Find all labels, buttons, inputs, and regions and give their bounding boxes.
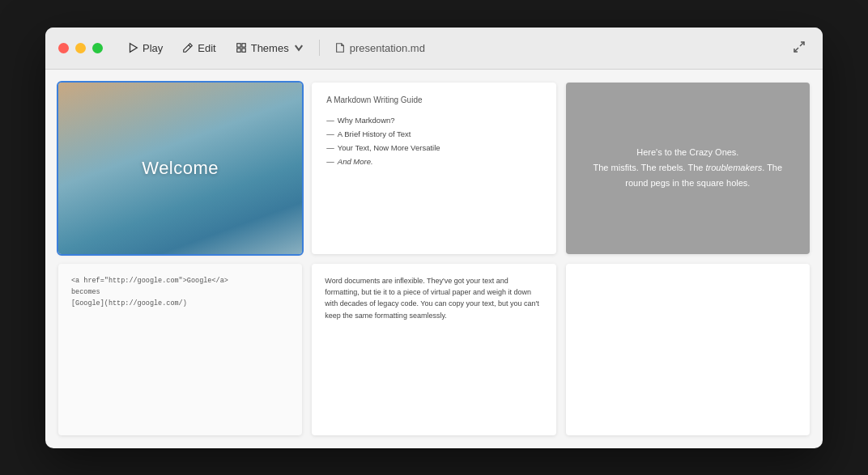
slide-1-title: Welcome — [142, 158, 219, 179]
slide-grid: Welcome A Markdown Writing Guide — Why M… — [45, 70, 823, 448]
slide-4-code: <a href="http://google.com">Google</a> b… — [71, 275, 289, 310]
slide-1[interactable]: Welcome — [58, 83, 302, 254]
slide-2-title: A Markdown Writing Guide — [326, 95, 541, 104]
svg-rect-5 — [242, 49, 245, 52]
minimize-button[interactable] — [75, 43, 86, 53]
slide-6[interactable] — [566, 264, 810, 435]
maximize-button[interactable] — [92, 43, 103, 53]
toolbar-right — [789, 36, 810, 60]
edit-button[interactable]: Edit — [174, 38, 223, 58]
svg-rect-3 — [242, 44, 245, 47]
file-icon — [334, 42, 346, 53]
slide-2-item-4: — And More. — [326, 157, 541, 166]
themes-icon — [236, 42, 247, 53]
file-name: presentation.md — [326, 38, 433, 58]
toolbar-separator — [319, 40, 320, 56]
app-window: × Play Edit — [45, 28, 823, 448]
window-controls: × — [58, 43, 103, 53]
slide-5-text: Word documents are inflexible. They've g… — [325, 275, 542, 322]
svg-rect-4 — [236, 49, 240, 52]
edit-label: Edit — [198, 42, 215, 54]
themes-button[interactable]: Themes — [228, 38, 313, 58]
close-button[interactable]: × — [58, 43, 69, 53]
slide-3-quote: Here's to the Crazy Ones. The misfits. T… — [582, 145, 794, 190]
slide-2-item-3: — Your Text, Now More Versatile — [326, 143, 541, 152]
slide-2[interactable]: A Markdown Writing Guide — Why Markdown?… — [312, 83, 555, 254]
play-label: Play — [143, 42, 163, 54]
play-button[interactable]: Play — [119, 38, 171, 58]
edit-icon — [182, 42, 194, 53]
titlebar: × Play Edit — [45, 28, 823, 70]
svg-marker-0 — [130, 44, 138, 53]
svg-line-1 — [189, 45, 191, 48]
slide-4[interactable]: <a href="http://google.com">Google</a> b… — [58, 264, 302, 435]
play-icon — [127, 42, 138, 53]
expand-button[interactable] — [789, 36, 810, 60]
slide-3[interactable]: Here's to the Crazy Ones. The misfits. T… — [566, 83, 810, 254]
chevron-down-icon — [293, 42, 304, 53]
themes-label: Themes — [251, 42, 289, 54]
expand-icon — [793, 40, 806, 53]
toolbar: Play Edit Themes — [119, 38, 789, 58]
svg-rect-2 — [236, 44, 240, 47]
slide-2-item-1: — Why Markdown? — [326, 116, 541, 125]
slide-5[interactable]: Word documents are inflexible. They've g… — [312, 264, 555, 435]
slide-2-item-2: — A Brief History of Text — [326, 129, 541, 138]
